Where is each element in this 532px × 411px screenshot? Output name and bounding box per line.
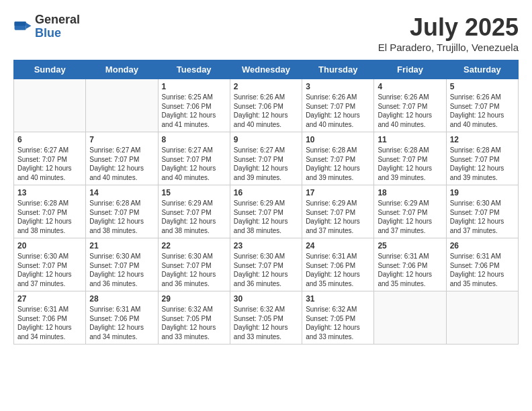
- day-info: Sunrise: 6:31 AM Sunset: 7:06 PM Dayligh…: [378, 252, 442, 288]
- calendar-cell: 29Sunrise: 6:32 AM Sunset: 7:05 PM Dayli…: [158, 291, 230, 345]
- calendar-cell: 21Sunrise: 6:30 AM Sunset: 7:07 PM Dayli…: [86, 238, 158, 291]
- day-number: 20: [17, 241, 82, 250]
- calendar-week-row: 1Sunrise: 6:25 AM Sunset: 7:06 PM Daylig…: [14, 79, 519, 132]
- calendar-cell: 2Sunrise: 6:26 AM Sunset: 7:06 PM Daylig…: [230, 79, 302, 132]
- day-of-week-thursday: Thursday: [302, 60, 374, 79]
- day-number: 24: [306, 241, 370, 250]
- day-info: Sunrise: 6:25 AM Sunset: 7:06 PM Dayligh…: [162, 93, 226, 129]
- title-section: July 2025 El Paradero, Trujillo, Venezue…: [378, 13, 519, 53]
- day-of-week-tuesday: Tuesday: [158, 60, 230, 79]
- calendar-cell: 14Sunrise: 6:28 AM Sunset: 7:07 PM Dayli…: [86, 185, 158, 238]
- day-info: Sunrise: 6:29 AM Sunset: 7:07 PM Dayligh…: [162, 199, 226, 235]
- calendar-cell: 11Sunrise: 6:28 AM Sunset: 7:07 PM Dayli…: [374, 132, 446, 185]
- day-info: Sunrise: 6:30 AM Sunset: 7:07 PM Dayligh…: [17, 252, 82, 288]
- day-info: Sunrise: 6:31 AM Sunset: 7:06 PM Dayligh…: [450, 252, 515, 288]
- day-info: Sunrise: 6:30 AM Sunset: 7:07 PM Dayligh…: [450, 199, 515, 235]
- day-number: 14: [89, 188, 154, 197]
- day-info: Sunrise: 6:26 AM Sunset: 7:07 PM Dayligh…: [378, 93, 442, 129]
- day-number: 22: [162, 241, 226, 250]
- calendar-cell: 8Sunrise: 6:27 AM Sunset: 7:07 PM Daylig…: [158, 132, 230, 185]
- logo-icon: [13, 17, 32, 36]
- month-title: July 2025: [378, 13, 519, 42]
- day-number: 25: [378, 241, 442, 250]
- day-number: 16: [234, 188, 298, 197]
- day-number: 5: [450, 82, 515, 91]
- day-info: Sunrise: 6:32 AM Sunset: 7:05 PM Dayligh…: [162, 305, 226, 341]
- calendar-cell: 18Sunrise: 6:29 AM Sunset: 7:07 PM Dayli…: [374, 185, 446, 238]
- day-info: Sunrise: 6:28 AM Sunset: 7:07 PM Dayligh…: [17, 199, 82, 235]
- calendar-cell: [86, 79, 158, 132]
- location: El Paradero, Trujillo, Venezuela: [378, 42, 519, 53]
- calendar-cell: 20Sunrise: 6:30 AM Sunset: 7:07 PM Dayli…: [14, 238, 86, 291]
- day-info: Sunrise: 6:28 AM Sunset: 7:07 PM Dayligh…: [378, 146, 442, 182]
- day-number: 7: [89, 135, 154, 144]
- day-info: Sunrise: 6:29 AM Sunset: 7:07 PM Dayligh…: [306, 199, 370, 235]
- logo: General Blue: [13, 13, 80, 40]
- day-info: Sunrise: 6:26 AM Sunset: 7:07 PM Dayligh…: [450, 93, 515, 129]
- calendar-week-row: 13Sunrise: 6:28 AM Sunset: 7:07 PM Dayli…: [14, 185, 519, 238]
- day-info: Sunrise: 6:26 AM Sunset: 7:07 PM Dayligh…: [306, 93, 370, 129]
- day-number: 29: [162, 294, 226, 304]
- day-number: 15: [162, 188, 226, 197]
- calendar-cell: 26Sunrise: 6:31 AM Sunset: 7:06 PM Dayli…: [446, 238, 518, 291]
- day-info: Sunrise: 6:29 AM Sunset: 7:07 PM Dayligh…: [234, 199, 298, 235]
- day-info: Sunrise: 6:31 AM Sunset: 7:06 PM Dayligh…: [17, 305, 82, 341]
- day-number: 28: [89, 294, 154, 304]
- day-number: 8: [162, 135, 226, 144]
- day-number: 1: [162, 82, 226, 91]
- logo-general: General: [35, 13, 80, 27]
- svg-marker-1: [26, 23, 32, 29]
- day-number: 3: [306, 82, 370, 91]
- day-number: 10: [306, 135, 370, 144]
- calendar-cell: 27Sunrise: 6:31 AM Sunset: 7:06 PM Dayli…: [14, 291, 86, 345]
- calendar-week-row: 20Sunrise: 6:30 AM Sunset: 7:07 PM Dayli…: [14, 238, 519, 291]
- day-info: Sunrise: 6:29 AM Sunset: 7:07 PM Dayligh…: [378, 199, 442, 235]
- day-of-week-monday: Monday: [86, 60, 158, 79]
- calendar: SundayMondayTuesdayWednesdayThursdayFrid…: [13, 60, 519, 345]
- day-of-week-friday: Friday: [374, 60, 446, 79]
- day-info: Sunrise: 6:30 AM Sunset: 7:07 PM Dayligh…: [89, 252, 154, 288]
- day-info: Sunrise: 6:32 AM Sunset: 7:05 PM Dayligh…: [306, 305, 370, 341]
- calendar-cell: 1Sunrise: 6:25 AM Sunset: 7:06 PM Daylig…: [158, 79, 230, 132]
- day-number: 9: [234, 135, 298, 144]
- calendar-cell: 17Sunrise: 6:29 AM Sunset: 7:07 PM Dayli…: [302, 185, 374, 238]
- day-info: Sunrise: 6:27 AM Sunset: 7:07 PM Dayligh…: [234, 146, 298, 182]
- calendar-cell: 9Sunrise: 6:27 AM Sunset: 7:07 PM Daylig…: [230, 132, 302, 185]
- calendar-cell: 25Sunrise: 6:31 AM Sunset: 7:06 PM Dayli…: [374, 238, 446, 291]
- day-of-week-saturday: Saturday: [446, 60, 518, 79]
- day-info: Sunrise: 6:26 AM Sunset: 7:06 PM Dayligh…: [234, 93, 298, 129]
- calendar-week-row: 27Sunrise: 6:31 AM Sunset: 7:06 PM Dayli…: [14, 291, 519, 345]
- logo-text: General Blue: [35, 13, 80, 40]
- day-number: 27: [17, 294, 82, 304]
- day-number: 4: [378, 82, 442, 91]
- day-number: 13: [17, 188, 82, 197]
- day-info: Sunrise: 6:28 AM Sunset: 7:07 PM Dayligh…: [306, 146, 370, 182]
- calendar-cell: 22Sunrise: 6:30 AM Sunset: 7:07 PM Dayli…: [158, 238, 230, 291]
- calendar-cell: 15Sunrise: 6:29 AM Sunset: 7:07 PM Dayli…: [158, 185, 230, 238]
- day-info: Sunrise: 6:28 AM Sunset: 7:07 PM Dayligh…: [450, 146, 515, 182]
- calendar-cell: 31Sunrise: 6:32 AM Sunset: 7:05 PM Dayli…: [302, 291, 374, 345]
- svg-rect-2: [15, 21, 26, 26]
- day-info: Sunrise: 6:27 AM Sunset: 7:07 PM Dayligh…: [89, 146, 154, 182]
- day-number: 18: [378, 188, 442, 197]
- day-number: 6: [17, 135, 82, 144]
- calendar-cell: 5Sunrise: 6:26 AM Sunset: 7:07 PM Daylig…: [446, 79, 518, 132]
- calendar-cell: 16Sunrise: 6:29 AM Sunset: 7:07 PM Dayli…: [230, 185, 302, 238]
- day-number: 23: [234, 241, 298, 250]
- day-number: 21: [89, 241, 154, 250]
- calendar-cell: 19Sunrise: 6:30 AM Sunset: 7:07 PM Dayli…: [446, 185, 518, 238]
- day-of-week-sunday: Sunday: [14, 60, 86, 79]
- day-number: 12: [450, 135, 515, 144]
- calendar-cell: 4Sunrise: 6:26 AM Sunset: 7:07 PM Daylig…: [374, 79, 446, 132]
- calendar-cell: 12Sunrise: 6:28 AM Sunset: 7:07 PM Dayli…: [446, 132, 518, 185]
- day-number: 11: [378, 135, 442, 144]
- day-info: Sunrise: 6:31 AM Sunset: 7:06 PM Dayligh…: [89, 305, 154, 341]
- calendar-cell: 6Sunrise: 6:27 AM Sunset: 7:07 PM Daylig…: [14, 132, 86, 185]
- day-number: 19: [450, 188, 515, 197]
- day-number: 30: [234, 294, 298, 304]
- calendar-cell: 23Sunrise: 6:30 AM Sunset: 7:07 PM Dayli…: [230, 238, 302, 291]
- calendar-cell: [446, 291, 518, 345]
- day-number: 26: [450, 241, 515, 250]
- page-header: General Blue July 2025 El Paradero, Truj…: [13, 13, 519, 53]
- day-info: Sunrise: 6:30 AM Sunset: 7:07 PM Dayligh…: [162, 252, 226, 288]
